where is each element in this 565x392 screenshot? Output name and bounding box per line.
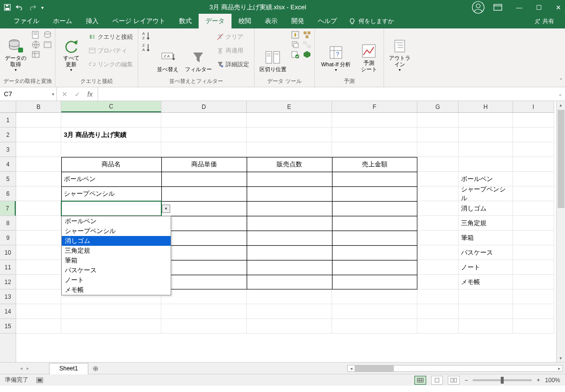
data-validation-list[interactable]: ボールペンシャープペンシル消しゴム三角定規筆箱パスケースノートメモ帳: [61, 216, 171, 295]
tab-review[interactable]: 校閲: [231, 14, 258, 28]
sheet-tab-active[interactable]: Sheet1: [49, 363, 88, 374]
cell[interactable]: [16, 245, 61, 260]
column-header[interactable]: E: [247, 101, 332, 112]
clear-filter-button[interactable]: クリア: [215, 30, 251, 43]
cell[interactable]: ノート: [459, 260, 513, 275]
cell[interactable]: [247, 186, 332, 201]
row-header[interactable]: 13: [0, 289, 16, 304]
cell[interactable]: [161, 201, 247, 216]
cell[interactable]: [16, 172, 61, 186]
tab-page-layout[interactable]: ページ レイアウト: [105, 14, 172, 28]
column-header[interactable]: B: [16, 101, 61, 112]
row-header[interactable]: 10: [0, 245, 16, 260]
ribbon-display-icon[interactable]: [493, 4, 502, 11]
cell[interactable]: [61, 142, 161, 157]
cell[interactable]: [332, 245, 417, 260]
cell[interactable]: メモ帳: [459, 275, 513, 289]
cell[interactable]: [16, 319, 61, 334]
row-header[interactable]: 14: [0, 304, 16, 319]
undo-icon[interactable]: [16, 4, 24, 11]
row-header[interactable]: 2: [0, 128, 16, 142]
cell[interactable]: [513, 113, 554, 128]
name-box[interactable]: C7 ▾: [0, 87, 57, 101]
cell[interactable]: [16, 304, 61, 319]
cell[interactable]: [16, 113, 61, 128]
cell[interactable]: [161, 319, 247, 334]
data-validation-item[interactable]: メモ帳: [62, 285, 171, 295]
cell[interactable]: [161, 216, 247, 231]
active-cell[interactable]: [61, 201, 161, 216]
save-icon[interactable]: [4, 4, 11, 11]
text-to-columns-button[interactable]: 区切り位置: [257, 30, 288, 73]
cell[interactable]: [16, 275, 61, 289]
cell[interactable]: [332, 275, 417, 289]
cell[interactable]: [417, 172, 459, 186]
cell[interactable]: [16, 157, 61, 172]
vertical-scroll-thumb[interactable]: [558, 110, 565, 208]
cell[interactable]: [161, 245, 247, 260]
add-sheet-button[interactable]: ⊕: [88, 363, 103, 374]
row-header[interactable]: 3: [0, 142, 16, 157]
cell[interactable]: [459, 157, 513, 172]
cell[interactable]: [61, 319, 161, 334]
cell[interactable]: [247, 275, 332, 289]
cell[interactable]: [417, 304, 459, 319]
zoom-out-button[interactable]: −: [464, 377, 468, 384]
properties-button[interactable]: プロパティ: [87, 44, 135, 57]
fx-icon[interactable]: fx: [87, 90, 93, 98]
cells-area[interactable]: 3月 商品売り上げ実績商品名商品単価販売点数売上金額ボールペンボールペンシャープ…: [16, 113, 556, 362]
cell[interactable]: [16, 201, 61, 216]
expand-formula-bar-icon[interactable]: ⌄: [558, 91, 562, 97]
cell[interactable]: [332, 186, 417, 201]
zoom-in-button[interactable]: +: [537, 377, 540, 384]
column-header[interactable]: C: [61, 101, 161, 112]
from-web-icon[interactable]: [31, 40, 40, 49]
cell[interactable]: [417, 245, 459, 260]
cell[interactable]: [417, 201, 459, 216]
cell[interactable]: [161, 260, 247, 275]
tab-view[interactable]: 表示: [258, 14, 284, 28]
horizontal-scrollbar[interactable]: ◂ ▸: [347, 365, 563, 372]
column-header[interactable]: I: [513, 101, 554, 112]
cell[interactable]: [332, 231, 417, 245]
redo-icon[interactable]: [28, 4, 36, 11]
data-validation-item[interactable]: 筆箱: [62, 256, 171, 265]
whatif-button[interactable]: ? What-If 分析 ▾: [318, 30, 354, 73]
macro-record-icon[interactable]: [36, 377, 43, 384]
edit-links-button[interactable]: リンクの編集: [87, 58, 135, 71]
cell[interactable]: [247, 201, 332, 216]
row-header[interactable]: 11: [0, 260, 16, 275]
reapply-button[interactable]: 再適用: [215, 44, 251, 57]
cell[interactable]: [417, 142, 459, 157]
data-validation-item[interactable]: パスケース: [62, 265, 171, 275]
cell[interactable]: [513, 304, 554, 319]
scroll-up-icon[interactable]: ▴: [557, 101, 565, 109]
cancel-icon[interactable]: ✕: [62, 90, 68, 98]
cell[interactable]: [459, 289, 513, 304]
view-page-break-button[interactable]: [448, 376, 460, 385]
refresh-all-button[interactable]: すべて 更新 ▾: [58, 30, 84, 73]
cell[interactable]: [417, 231, 459, 245]
zoom-thumb[interactable]: [501, 377, 504, 384]
cell[interactable]: 販売点数: [247, 157, 332, 172]
row-header[interactable]: 12: [0, 275, 16, 289]
tab-home[interactable]: ホーム: [46, 14, 79, 28]
cell[interactable]: [247, 216, 332, 231]
row-header[interactable]: 15: [0, 319, 16, 334]
data-model-icon[interactable]: [303, 50, 311, 59]
tab-insert[interactable]: 挿入: [79, 14, 105, 28]
cell[interactable]: [513, 157, 554, 172]
column-header[interactable]: G: [417, 101, 459, 112]
cell[interactable]: [332, 113, 417, 128]
cell[interactable]: 消しゴム: [459, 201, 513, 216]
cell[interactable]: [332, 128, 417, 142]
cell[interactable]: [513, 142, 554, 157]
cell[interactable]: [247, 128, 332, 142]
cell[interactable]: 商品名: [61, 157, 161, 172]
cell[interactable]: [247, 260, 332, 275]
zoom-slider[interactable]: [473, 379, 532, 381]
cell[interactable]: [513, 128, 554, 142]
cell[interactable]: [417, 216, 459, 231]
cell[interactable]: [513, 289, 554, 304]
data-validation-item[interactable]: ノート: [62, 275, 171, 285]
